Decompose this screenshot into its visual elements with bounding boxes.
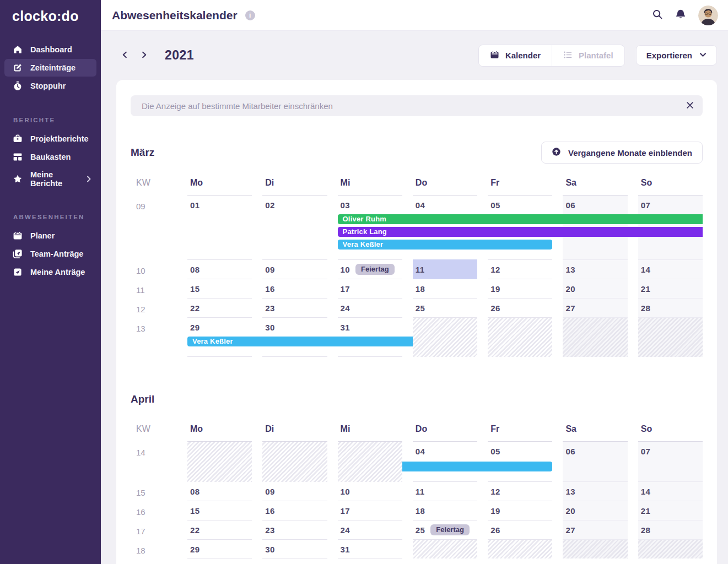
day-number: 13 xyxy=(565,487,575,496)
absence-bar[interactable]: Oliver Ruhm xyxy=(338,214,703,224)
week-row: 13293031Vera Keßler xyxy=(131,318,703,357)
day-cell: 26 xyxy=(488,299,552,318)
app-logo: clocko:do xyxy=(0,0,101,24)
day-number: 05 xyxy=(490,447,500,456)
home-icon xyxy=(13,45,23,55)
day-number: 11 xyxy=(416,487,425,496)
star-icon xyxy=(13,174,23,184)
day-number: 18 xyxy=(416,506,425,516)
view-kalender-button[interactable]: Kalender xyxy=(479,45,552,66)
day-number: 25 xyxy=(416,525,425,535)
sidebar-main-menu: DashboardZeiteinträgeStoppuhr xyxy=(0,41,101,95)
day-cell: 12 xyxy=(488,482,552,501)
day-number: 12 xyxy=(490,487,500,496)
day-number: 08 xyxy=(190,487,200,496)
absence-bar[interactable]: Vera Keßler xyxy=(338,240,553,250)
weekday-header-row: KWMoDiMiDoFrSaSo xyxy=(131,421,703,442)
day-number: 29 xyxy=(190,323,200,332)
week-row: 1615161718192021 xyxy=(131,501,703,520)
sidebar-item-projektberichte[interactable]: Projektberichte xyxy=(4,130,96,148)
sidebar-item-label: Stoppuhr xyxy=(30,82,66,90)
sidebar-item-baukasten[interactable]: Baukasten xyxy=(4,148,96,166)
day-cell: 26 xyxy=(488,520,552,540)
sidebar-item-team-antraege[interactable]: Team-Anträge xyxy=(4,245,96,263)
week-number: 09 xyxy=(131,196,177,260)
sidebar-item-meine-berichte[interactable]: Meine Berichte xyxy=(4,166,96,192)
absence-bar[interactable]: Vera Keßler xyxy=(187,337,413,346)
sidebar-item-label: Meine Berichte xyxy=(30,170,78,188)
week-row: 10080910Feiertag11121314 xyxy=(131,260,703,279)
month-title: März xyxy=(131,147,154,159)
day-cell-out-of-month xyxy=(413,318,477,357)
day-cell: 13 xyxy=(563,482,627,501)
week-number: 14 xyxy=(131,442,177,482)
holiday-badge: Feiertag xyxy=(355,264,395,275)
day-number: 01 xyxy=(190,200,200,210)
weekday-header: Mi xyxy=(338,421,402,442)
search-icon xyxy=(652,9,663,21)
filter-clear-button[interactable] xyxy=(684,100,696,112)
sidebar-section-title: ABWESENHEITEN xyxy=(0,214,101,220)
week-row: 1404050607 xyxy=(131,442,703,482)
sidebar-sections: BERICHTEProjektberichteBaukastenMeine Be… xyxy=(0,117,101,281)
sidebar-item-label: Baukasten xyxy=(30,153,71,161)
view-plantafel-button[interactable]: Plantafel xyxy=(552,45,624,66)
day-number: 14 xyxy=(641,265,651,274)
month-section: AprilKWMoDiMiDoFrSaSo1404050607150809101… xyxy=(131,389,703,558)
day-number: 16 xyxy=(265,284,275,294)
day-number: 29 xyxy=(190,545,200,554)
sidebar-item-label: Planer xyxy=(30,231,55,240)
weekday-header: Di xyxy=(262,421,327,442)
week-number: 11 xyxy=(131,279,177,299)
day-cell-out-of-month xyxy=(563,318,627,357)
day-number: 19 xyxy=(490,284,500,294)
day-number: 28 xyxy=(641,303,651,313)
view-kalender-label: Kalender xyxy=(505,51,541,60)
day-cell: 17 xyxy=(338,279,402,299)
calendar-icon xyxy=(13,231,23,241)
sidebar-item-dashboard[interactable]: Dashboard xyxy=(4,41,96,58)
absence-bar[interactable]: Patrick Lang xyxy=(338,227,703,237)
sidebar-item-zeiteintraege[interactable]: Zeiteinträge xyxy=(4,59,96,77)
day-cell: 01 xyxy=(187,196,252,260)
day-number: 26 xyxy=(490,303,500,313)
month-header: April xyxy=(131,389,703,410)
search-button[interactable] xyxy=(652,9,663,21)
week-row: 1508091011121314 xyxy=(131,482,703,501)
notifications-button[interactable] xyxy=(675,9,686,21)
sidebar-item-meine-antraege[interactable]: Meine Anträge xyxy=(4,263,96,281)
sidebar-item-stoppuhr[interactable]: Stoppuhr xyxy=(4,77,96,95)
day-cell: 20 xyxy=(563,501,627,520)
day-cell-out-of-month xyxy=(638,540,703,558)
day-cell-out-of-month xyxy=(488,318,552,357)
day-cell-out-of-month xyxy=(488,540,552,558)
weekday-header: Mo xyxy=(187,421,252,442)
day-cell-out-of-month xyxy=(413,540,477,558)
day-cell: 23 xyxy=(262,520,327,540)
day-cell: 09 xyxy=(262,482,327,501)
export-button[interactable]: Exportieren xyxy=(636,45,717,66)
day-number: 28 xyxy=(641,525,651,535)
show-past-months-button[interactable]: Vergangene Monate einblenden xyxy=(541,142,703,164)
day-cell: 10Feiertag xyxy=(338,260,402,279)
sidebar-item-planer[interactable]: Planer xyxy=(4,227,96,245)
day-cell: 24 xyxy=(338,520,402,540)
month-title: April xyxy=(131,393,154,405)
info-icon[interactable]: i xyxy=(245,10,255,20)
day-number: 27 xyxy=(565,525,575,535)
briefcase-icon xyxy=(13,134,23,144)
weekday-header: Sa xyxy=(563,175,627,196)
day-cell: 25 xyxy=(413,299,477,318)
day-cell: 11 xyxy=(413,482,477,501)
bell-icon xyxy=(675,9,686,21)
next-year-button[interactable] xyxy=(137,48,152,63)
employee-filter-input[interactable] xyxy=(131,95,703,116)
day-cell: 19 xyxy=(488,279,552,299)
day-number: 26 xyxy=(490,525,500,535)
previous-year-button[interactable] xyxy=(117,48,132,63)
absence-bar[interactable] xyxy=(402,462,553,471)
user-avatar[interactable] xyxy=(698,6,718,25)
day-cell: 24 xyxy=(338,299,402,318)
day-number: 14 xyxy=(641,487,651,496)
view-switcher: Kalender Plantafel xyxy=(478,45,625,67)
